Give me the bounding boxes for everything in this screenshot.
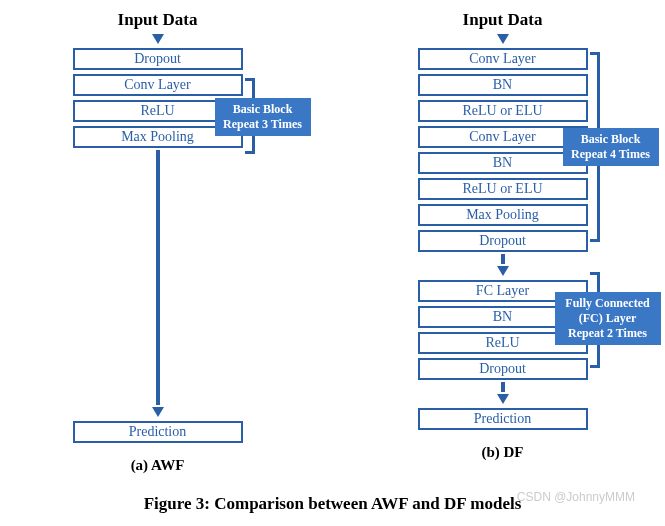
- df-layer: ReLU or ELU: [418, 178, 588, 200]
- df-caption: (b) DF: [481, 444, 523, 461]
- awf-annot-line1: Basic Block Repeat 3 Times: [223, 102, 302, 131]
- awf-layer: Dropout: [73, 48, 243, 70]
- awf-column: Input Data Dropout Conv Layer ReLU Max P…: [13, 10, 303, 474]
- awf-caption: (a) AWF: [131, 457, 185, 474]
- df-layer: Conv Layer: [418, 48, 588, 70]
- df-bottom-arrow: [497, 382, 509, 406]
- df-annotation1: Basic Block Repeat 4 Times: [563, 128, 659, 166]
- df-layer: Dropout: [418, 358, 588, 380]
- df-column: Input Data Conv Layer BN ReLU or ELU Con…: [353, 10, 653, 461]
- df-prediction: Prediction: [418, 408, 588, 430]
- df-mid-arrow: [497, 254, 509, 278]
- awf-long-arrow: [152, 150, 164, 419]
- df-layer: Dropout: [418, 230, 588, 252]
- awf-prediction: Prediction: [73, 421, 243, 443]
- df-layer: BN: [418, 74, 588, 96]
- watermark-text: CSDN @JohnnyMMM: [517, 490, 635, 504]
- df-input-label: Input Data: [463, 10, 543, 30]
- awf-input-label: Input Data: [118, 10, 198, 30]
- df-annot1-text: Basic Block Repeat 4 Times: [571, 132, 650, 161]
- df-annot2-text: Fully Connected (FC) Layer Repeat 2 Time…: [565, 296, 649, 340]
- awf-annotation: Basic Block Repeat 3 Times: [215, 98, 311, 136]
- df-layer: Max Pooling: [418, 204, 588, 226]
- arrow-down-icon: [152, 407, 164, 417]
- arrow-down-icon: [497, 266, 509, 276]
- arrow-down-icon: [497, 34, 509, 44]
- diagram-columns: Input Data Dropout Conv Layer ReLU Max P…: [10, 10, 655, 474]
- df-layer: ReLU or ELU: [418, 100, 588, 122]
- awf-layer: Conv Layer: [73, 74, 243, 96]
- arrow-down-icon: [497, 394, 509, 404]
- arrow-down-icon: [152, 34, 164, 44]
- df-annotation2: Fully Connected (FC) Layer Repeat 2 Time…: [555, 292, 661, 345]
